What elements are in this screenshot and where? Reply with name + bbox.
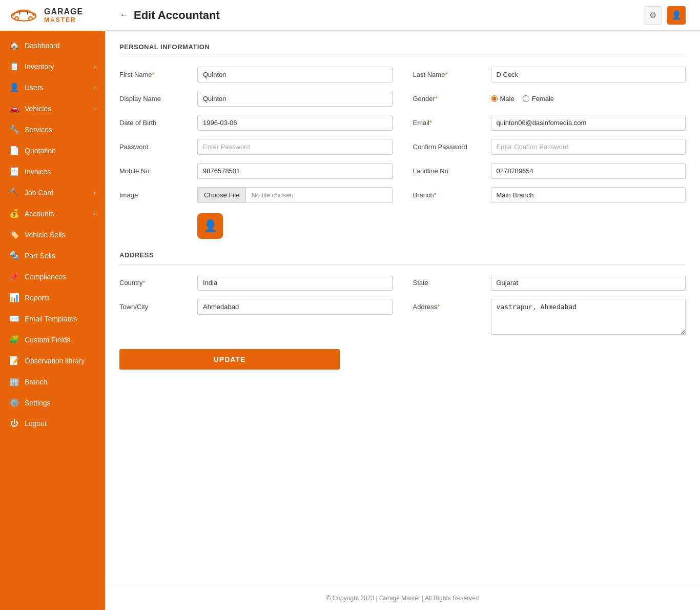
gender-male-radio[interactable] [491,95,498,102]
sidebar-item-settings[interactable]: ⚙️ Settings [0,392,105,413]
state-label: State [413,275,485,287]
branch-input[interactable] [491,187,686,203]
vehicles-icon: 🚗 [9,104,19,113]
sidebar-item-label: Branch [25,378,47,386]
image-label: Image [119,187,191,199]
password-input[interactable] [197,139,393,155]
mobile-row: Mobile No [119,163,393,179]
user-avatar-button[interactable]: 👤 [667,6,686,25]
email-templates-icon: ✉️ [9,314,19,323]
state-input[interactable] [491,275,686,291]
sidebar-item-vehicle-sells[interactable]: 🏷️ Vehicle Sells [0,224,105,245]
sidebar-item-label: Reports [25,294,50,302]
branch-label: Branch* [413,187,485,199]
avatar-icon: 👤 [203,219,217,233]
landline-label: Landline No [413,163,485,175]
update-button[interactable]: UPDATE [119,349,340,370]
town-input[interactable] [197,299,393,315]
svg-point-4 [29,17,32,20]
svg-point-3 [15,17,18,20]
confirm-password-label: Confirm Password [413,139,485,151]
sidebar-item-branch[interactable]: 🏢 Branch [0,371,105,392]
town-label: Town/City [119,299,191,311]
sidebar-item-users[interactable]: 👤 Users › [0,77,105,98]
back-button[interactable]: ← [119,10,129,21]
first-name-label: First Name* [119,67,191,78]
sidebar-item-quotation[interactable]: 📄 Quotation [0,140,105,161]
password-row: Password [119,139,393,155]
mobile-input[interactable] [197,163,393,179]
last-name-label: Last Name* [413,67,485,78]
address-label: Address* [413,299,485,311]
sidebar-item-email-templates[interactable]: ✉️ Email Templates [0,308,105,329]
display-name-row: Display Name [119,91,393,107]
email-input[interactable] [491,115,686,131]
vehicle-sells-icon: 🏷️ [9,230,19,239]
invoices-icon: 🧾 [9,167,19,176]
personal-info-grid: First Name* Last Name* Display Name Gend… [119,67,686,203]
choose-file-button[interactable]: Choose File [197,187,245,203]
sidebar-item-reports[interactable]: 📊 Reports [0,287,105,308]
main-content: ← Edit Accountant ⚙ 👤 PERSONAL INFORMATI… [105,0,700,610]
sidebar-item-label: Accounts [25,210,54,218]
email-row: Email* [413,115,686,131]
gender-label: Gender* [413,91,485,103]
confirm-password-input[interactable] [491,139,686,155]
sidebar-item-jobcard[interactable]: 🔨 Job Card › [0,182,105,203]
dashboard-icon: 🏠 [9,40,19,50]
address-input[interactable]: vastrapur, Ahmedabad [491,299,686,335]
sidebar-item-dashboard[interactable]: 🏠 Dashboard [0,35,105,56]
image-row: Image Choose File No file chosen [119,187,393,203]
gender-male-label[interactable]: Male [491,95,514,103]
sidebar-item-compliances[interactable]: 📌 Compliances [0,266,105,287]
landline-input[interactable] [491,163,686,179]
country-label: Country* [119,275,191,287]
sidebar: GARAGE MASTER 🏠 Dashboard 📋 Inventory › … [0,0,105,610]
dob-input[interactable] [197,115,393,131]
gender-female-label[interactable]: Female [523,95,554,103]
users-icon: 👤 [9,83,19,92]
sidebar-item-label: Vehicles [25,105,51,113]
gear-icon: ⚙ [649,10,656,20]
sidebar-item-label: Email Templates [25,315,77,323]
chevron-right-icon: › [94,63,96,70]
first-name-input[interactable] [197,67,393,83]
sidebar-item-label: Part Sells [25,252,55,260]
sidebar-item-observation-library[interactable]: 📝 Observation library [0,350,105,371]
header-right: ⚙ 👤 [644,6,686,25]
email-label: Email* [413,115,485,127]
footer-text: © Copyright 2023 | Garage Master | All R… [326,595,479,602]
chevron-right-icon: › [94,105,96,112]
last-name-row: Last Name* [413,67,686,83]
sidebar-item-invoices[interactable]: 🧾 Invoices [0,161,105,182]
sidebar-item-label: Compliances [25,273,66,281]
avatar-preview: 👤 [197,213,223,239]
custom-fields-icon: 🧩 [9,335,19,344]
sidebar-item-services[interactable]: 🔧 Services [0,119,105,140]
sidebar-item-inventory[interactable]: 📋 Inventory › [0,56,105,77]
sidebar-item-logout[interactable]: ⏻ Logout [0,413,105,434]
address-section-title: ADDRESS [119,251,686,265]
sidebar-item-accounts[interactable]: 💰 Accounts › [0,203,105,224]
gender-female-text: Female [532,95,554,103]
logout-icon: ⏻ [9,419,19,428]
gender-female-radio[interactable] [523,95,529,102]
display-name-input[interactable] [197,91,393,107]
user-icon: 👤 [671,10,682,20]
sidebar-item-custom-fields[interactable]: 🧩 Custom Fields [0,329,105,350]
jobcard-icon: 🔨 [9,188,19,197]
gender-options: Male Female [491,91,554,103]
dob-label: Date of Birth [119,115,191,127]
sidebar-item-vehicles[interactable]: 🚗 Vehicles › [0,98,105,119]
country-input[interactable] [197,275,393,291]
quotation-icon: 📄 [9,146,19,155]
logo: GARAGE MASTER [0,0,105,31]
sidebar-item-part-sells[interactable]: 🔩 Part Sells [0,245,105,266]
password-label: Password [119,139,191,151]
settings-button[interactable]: ⚙ [644,6,662,25]
address-grid: Country* State Town/City Addr [119,275,686,335]
gender-row: Gender* Male Female [413,91,686,107]
reports-icon: 📊 [9,293,19,302]
chevron-right-icon: › [94,210,96,217]
last-name-input[interactable] [491,67,686,83]
